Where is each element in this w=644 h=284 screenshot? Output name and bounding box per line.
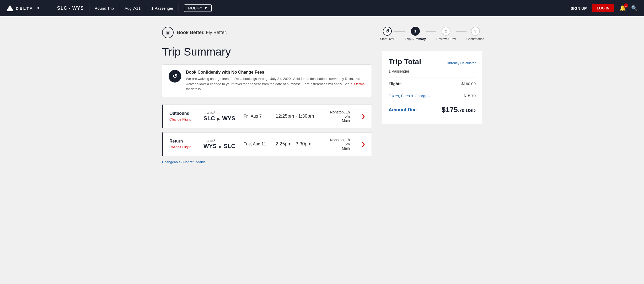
no-change-fees-body: We are waiving change fees on Delta book…	[186, 76, 365, 92]
trip-passengers: 1 Passenger	[389, 69, 476, 73]
book-better-part2: Fly Better.	[205, 30, 227, 35]
step-line-0	[394, 31, 405, 32]
return-direction: Return	[169, 139, 203, 144]
flights-label: Flights	[389, 81, 401, 86]
outbound-route: SLC ▶ WYS	[203, 115, 235, 122]
book-better-banner: ◎ Book Better. Fly Better.	[162, 27, 372, 38]
taxes-line: Taxes, Fees & Charges $15.70	[389, 90, 476, 102]
return-cabin: Main	[326, 146, 350, 150]
start-over-step: ↺ Start Over	[380, 27, 394, 41]
right-panel: ↺ Start Over 1 Trip Summary 2 Review & P…	[382, 27, 482, 164]
outbound-date: Fri, Aug 7	[244, 114, 267, 119]
start-over-label: Start Over	[380, 37, 394, 41]
header-divider-4	[146, 3, 146, 13]
step-1-item: 1 Trip Summary	[405, 27, 426, 41]
outbound-change-flight-link[interactable]: Change Flight	[169, 117, 191, 121]
flights-amount: $160.00	[461, 81, 476, 86]
return-time: 2:25pm - 3:30pm	[276, 141, 318, 147]
logo-decoration: ✦	[36, 5, 40, 11]
outbound-flight-info: DL43041 SLC ▶ WYS	[203, 111, 235, 122]
modify-button[interactable]: MODIFY ▼	[184, 4, 211, 12]
book-better-part1: Book Better.	[177, 30, 205, 35]
step-line-1	[426, 31, 436, 32]
header: DELTA ✦ SLC - WYS Round Trip Aug 7-11 1 …	[0, 0, 644, 16]
header-route: SLC - WYS	[57, 6, 84, 11]
step-1-circle[interactable]: 1	[411, 27, 420, 36]
trip-total-section: Trip Total Currency Calculator 1 Passeng…	[382, 51, 482, 124]
taxes-label: Taxes, Fees & Charges	[389, 94, 430, 98]
amount-due-value: $175.70 USD	[442, 106, 476, 114]
currency-calculator-link[interactable]: Currency Calculator	[446, 61, 476, 65]
logo-text: DELTA	[16, 6, 34, 10]
header-right: SIGN UP LOG IN 🔔 1 🔍	[571, 4, 638, 12]
outbound-flight-number: DL43041	[203, 111, 235, 115]
header-divider-3	[119, 3, 119, 13]
bell-icon[interactable]: 🔔 1	[619, 5, 626, 11]
header-passengers: 1 Passenger	[151, 6, 173, 10]
page-title: Trip Summary	[162, 46, 372, 58]
outbound-time: 12:25pm - 1:30pm	[276, 113, 318, 119]
start-over-circle[interactable]: ↺	[383, 27, 392, 36]
no-change-fees-icon: ↺	[169, 70, 181, 83]
return-date: Tue, Aug 11	[244, 142, 267, 146]
header-dates: Aug 7-11	[125, 6, 141, 10]
modify-label: MODIFY	[188, 6, 202, 10]
return-flight-info: DL43041 WYS ▶ SLC	[203, 138, 235, 150]
amount-due-label: Amount Due	[389, 107, 417, 113]
step-2-label: Review & Pay	[436, 37, 456, 41]
outbound-direction: Outbound	[169, 111, 203, 116]
return-stops: Nonstop, 1h 5m	[326, 138, 350, 146]
changeable-nonrefundable-text[interactable]: Changeable / Nonrefundable	[162, 160, 372, 164]
return-meta: Nonstop, 1h 5m Main	[326, 138, 353, 150]
step-3-item: 3 Confirmation	[466, 27, 484, 41]
search-icon[interactable]: 🔍	[631, 5, 638, 11]
header-trip-type: Round Trip	[95, 6, 114, 10]
return-route: WYS ▶ SLC	[203, 143, 235, 150]
return-flight-card: Return Change Flight DL43041 WYS ▶ SLC T…	[162, 132, 372, 156]
step-2-circle[interactable]: 2	[442, 27, 450, 36]
no-change-fees-card: ↺ Book Confidently with No Change Fees W…	[162, 64, 372, 97]
trip-total-title: Trip Total	[389, 58, 421, 66]
no-change-fees-title: Book Confidently with No Change Fees	[186, 70, 365, 75]
outbound-flight-left: Outbound Change Flight	[169, 111, 203, 122]
delta-logo: DELTA ✦	[6, 5, 40, 11]
return-expand-icon[interactable]: ❯	[361, 141, 365, 147]
step-line-2	[456, 31, 466, 32]
outbound-stops: Nonstop, 1h 5m	[326, 110, 350, 118]
amount-due-currency: USD	[466, 108, 476, 113]
progress-steps: ↺ Start Over 1 Trip Summary 2 Review & P…	[382, 27, 482, 41]
trip-total-header: Trip Total Currency Calculator	[389, 58, 476, 66]
header-divider-2	[89, 3, 89, 13]
book-better-icon: ◎	[162, 27, 174, 38]
header-divider-5	[179, 3, 179, 13]
log-in-button[interactable]: LOG IN	[592, 4, 614, 12]
left-panel: ◎ Book Better. Fly Better. Trip Summary …	[162, 27, 372, 164]
sign-up-link[interactable]: SIGN UP	[571, 6, 587, 10]
notification-badge: 1	[624, 3, 628, 8]
outbound-flight-card: Outbound Change Flight DL43041 SLC ▶ WYS…	[162, 105, 372, 128]
modify-chevron-icon: ▼	[204, 6, 208, 10]
outbound-cabin: Main	[326, 118, 350, 123]
outbound-arrow-icon: ▶	[217, 117, 220, 121]
book-better-text: Book Better. Fly Better.	[177, 30, 227, 35]
header-divider-1	[52, 3, 52, 13]
outbound-flight-details: DL43041 SLC ▶ WYS Fri, Aug 7 12:25pm - 1…	[203, 110, 365, 123]
return-flight-number: DL43041	[203, 138, 235, 143]
amount-due-line: Amount Due $175.70 USD	[389, 102, 476, 118]
amount-due-cents: .70	[458, 108, 464, 113]
step-3-circle[interactable]: 3	[471, 27, 480, 36]
delta-triangle-icon	[6, 5, 14, 11]
outbound-expand-icon[interactable]: ❯	[361, 113, 365, 119]
outbound-meta: Nonstop, 1h 5m Main	[326, 110, 353, 123]
step-3-label: Confirmation	[466, 37, 484, 41]
return-arrow-icon: ▶	[219, 145, 222, 149]
return-flight-left: Return Change Flight	[169, 139, 203, 149]
taxes-amount: $15.70	[464, 94, 476, 98]
full-terms-link[interactable]: full terms	[351, 82, 364, 86]
flights-line: Flights $160.00	[389, 78, 476, 90]
no-change-fees-content: Book Confidently with No Change Fees We …	[186, 70, 365, 92]
main-container: ◎ Book Better. Fly Better. Trip Summary …	[154, 16, 490, 174]
return-change-flight-link[interactable]: Change Flight	[169, 145, 191, 149]
step-1-label: Trip Summary	[405, 37, 426, 41]
return-flight-details: DL43041 WYS ▶ SLC Tue, Aug 11 2:25pm - 3…	[203, 138, 365, 150]
